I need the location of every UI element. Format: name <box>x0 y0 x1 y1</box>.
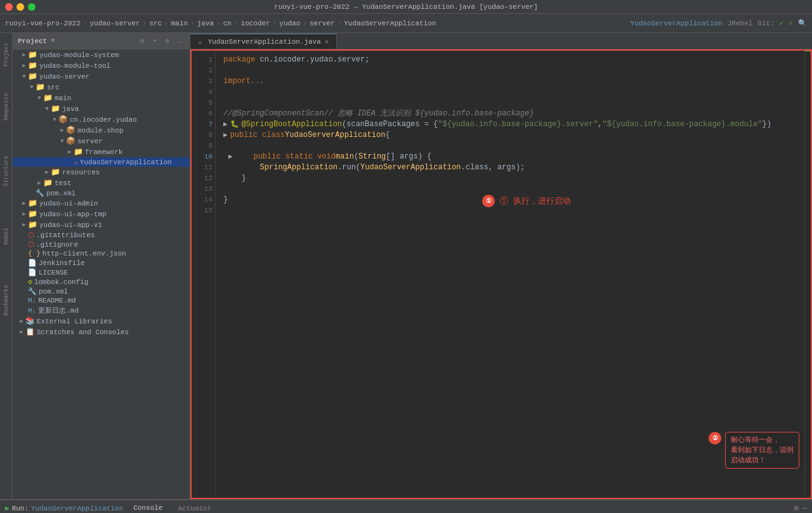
tree-item-pom-root[interactable]: 🔧 pom.xml <box>13 287 190 296</box>
gutter-run-icon[interactable]: ▶ <box>223 119 228 130</box>
tree-label: test <box>55 179 71 187</box>
tree-label: server <box>77 138 103 145</box>
tree-item-readme[interactable]: M↓ README.md <box>13 296 190 305</box>
git-label: Git: <box>757 20 774 27</box>
tree-item-lombok-config[interactable]: ⚙ lombok.config <box>13 277 190 287</box>
tree-label: lombok.config <box>34 278 89 286</box>
tree-item-scratches-consoles[interactable]: ▶ 📋 Scratches and Consoles <box>13 327 190 337</box>
tree-item-resources[interactable]: ▶ 📁 resources <box>13 167 190 178</box>
run-tabs-bar: ▶ Run: YudaoServerApplication Console Ac… <box>0 500 812 513</box>
sidebar-bookmarks-icon[interactable]: Bookmarks <box>1 282 12 320</box>
arrow-icon: ▼ <box>43 105 51 113</box>
bottom-panel: ▶ Run: YudaoServerApplication Console Ac… <box>0 499 812 513</box>
breadcrumb-appname: YudaoServerApplication <box>344 20 436 27</box>
tree-item-gitignore[interactable]: ⬡ .gitignore <box>13 240 190 249</box>
search-toolbar-icon[interactable]: 🔍 <box>798 19 807 27</box>
breadcrumb-server: yudao-server <box>89 20 140 27</box>
gutter-debug-icon[interactable]: 🐛 <box>230 119 239 130</box>
sidebar-rebel-icon[interactable]: Rebel <box>1 217 12 255</box>
run-label: ▶ Run: YudaoServerApplication <box>5 504 123 512</box>
new-file-icon[interactable]: + <box>150 37 159 46</box>
tree-item-cn-iocoder-yudao[interactable]: ▼ 📦 cn.iocoder.yudao <box>13 114 190 125</box>
tree-item-yudao-module-tool[interactable]: ▶ 📁 yudao-module-tool <box>13 60 190 71</box>
arrow-icon <box>20 278 28 286</box>
classname: YudaoServerApplication <box>285 130 385 141</box>
sidebar-requests-icon[interactable]: Requests <box>1 88 12 126</box>
tree-item-changelog[interactable]: M↓ 更新日志.md <box>13 305 190 316</box>
classname: String <box>358 152 386 162</box>
tree-item-module-shop[interactable]: ▶ 📦 module.shop <box>13 125 190 136</box>
gutter-run3-icon[interactable]: ▶ <box>228 152 233 162</box>
line-num: 12 <box>193 173 213 184</box>
arrow-icon: ▶ <box>20 51 28 59</box>
tab-actuator[interactable]: Actuator <box>173 503 216 514</box>
tree-item-pom-server[interactable]: 🔧 pom.xml <box>13 188 190 198</box>
tree-item-jenkinsfile[interactable]: 📄 Jenkinsfile <box>13 258 190 268</box>
editor-tab-yudao-server-application[interactable]: ☕ YudaoServerApplication.java ✕ <box>190 34 337 49</box>
tree-item-http-client[interactable]: { } http-client.env.json <box>13 249 190 258</box>
tab-close-icon[interactable]: ✕ <box>325 37 329 46</box>
xml-icon: 🔧 <box>36 189 44 197</box>
tree-item-framework[interactable]: ▶ 📁 framework <box>13 146 190 157</box>
code-line-10: ▶ public static void main ( String [] ar… <box>223 152 797 162</box>
tree-item-gitattributes[interactable]: ⬡ .gitattributes <box>13 230 190 240</box>
import-ellipsis: ... <box>251 76 265 87</box>
package-icon: 📦 <box>66 126 75 135</box>
settings-gear-icon[interactable]: ⚙ <box>794 503 799 513</box>
checkmark2-icon: ✓ <box>789 19 793 27</box>
git-file-icon: ⬡ <box>28 231 34 239</box>
package-icon: 📦 <box>58 115 68 124</box>
tree-item-license[interactable]: 📄 LICENSE <box>13 268 190 277</box>
arrow-icon <box>20 288 28 295</box>
arrow-icon: ▼ <box>51 116 58 124</box>
code-text: .class, args); <box>461 162 525 173</box>
md-icon: M↓ <box>28 307 36 315</box>
tree-item-main[interactable]: ▼ 📁 main <box>13 93 190 103</box>
minimize-button[interactable] <box>16 3 24 11</box>
tree-item-yudao-ui-app-tmp[interactable]: ▶ 📁 yudao-ui-app-tmp <box>13 209 190 219</box>
config-icon: ⚙ <box>28 278 32 286</box>
md-icon: M↓ <box>28 297 36 304</box>
arrow-icon: ▼ <box>58 138 66 145</box>
folder-icon: 📁 <box>28 220 37 230</box>
close-button[interactable] <box>5 3 13 11</box>
tree-item-yudao-ui-app-v1[interactable]: ▶ 📁 yudao-ui-app-v1 <box>13 219 190 230</box>
arrow-icon: ▶ <box>20 211 28 218</box>
maximize-button[interactable] <box>28 3 36 11</box>
tree-item-external-libraries[interactable]: ▶ 📚 External Libraries <box>13 316 190 327</box>
tree-item-test[interactable]: ▶ 📁 test <box>13 178 190 188</box>
gutter-run2-icon[interactable]: ▶ <box>223 130 228 141</box>
code-text: ( <box>354 152 358 162</box>
tree-label: java <box>62 105 79 113</box>
tree-label: yudao-ui-app-v1 <box>39 221 102 229</box>
tree-item-server[interactable]: ▼ 📦 server <box>13 136 190 146</box>
tree-label: yudao-module-system <box>39 51 119 59</box>
tree-item-yudao-ui-admin[interactable]: ▶ 📁 yudao-ui-admin <box>13 198 190 209</box>
more-icon[interactable]: … <box>176 37 185 46</box>
comment: //@SpringComponentScan// 忽略 IDEA 无法识别 ${… <box>223 108 534 119</box>
code-line-6: //@SpringComponentScan// 忽略 IDEA 无法识别 ${… <box>223 108 797 119</box>
code-line-13 <box>223 184 797 195</box>
json-icon: { } <box>28 250 41 257</box>
tree-item-src[interactable]: ▼ 📁 src <box>13 82 190 93</box>
tree-item-yudao-server[interactable]: ▼ 📁 yudao-server <box>13 71 190 82</box>
code-line-9 <box>223 141 797 152</box>
keyword: package <box>223 55 255 65</box>
sidebar-project-icon[interactable]: Project <box>1 36 12 74</box>
sidebar-structure-icon[interactable]: Structure <box>1 152 12 190</box>
breadcrumb-src: src <box>149 20 162 27</box>
folder-icon: 📁 <box>51 167 60 177</box>
settings-icon[interactable]: ⚙ <box>163 37 172 46</box>
line-num: 8 <box>193 130 213 141</box>
tree-item-yudao-server-application[interactable]: ☕ YudaoServerApplication <box>13 157 190 167</box>
code-line-5 <box>223 98 797 108</box>
tree-item-yudao-module-system[interactable]: ▶ 📁 yudao-module-system <box>13 49 190 60</box>
tab-console[interactable]: Console <box>128 503 167 514</box>
run-config-label: YudaoServerApplication <box>631 20 723 27</box>
collapse-all-icon[interactable]: ⊟ <box>138 37 147 46</box>
code-text: { <box>385 130 390 141</box>
line-num: 5 <box>193 98 213 108</box>
folder-icon: 📁 <box>43 178 53 188</box>
tree-item-java[interactable]: ▼ 📁 java <box>13 103 190 114</box>
close-bottom-icon[interactable]: — <box>802 504 807 513</box>
